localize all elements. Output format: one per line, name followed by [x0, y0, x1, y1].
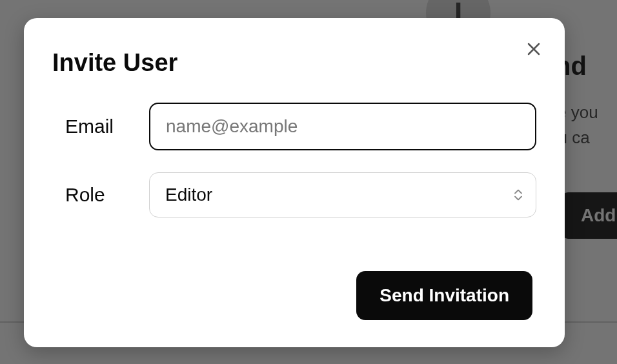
modal-title: Invite User [52, 49, 536, 77]
role-label: Role [52, 184, 149, 206]
close-button[interactable] [523, 39, 544, 59]
invite-user-modal: Invite User Email Role Editor Send Invit… [24, 18, 565, 347]
role-row: Role Editor [52, 172, 536, 217]
role-select[interactable]: Editor [149, 172, 536, 217]
send-invitation-button[interactable]: Send Invitation [356, 271, 532, 320]
email-field[interactable] [149, 103, 536, 150]
email-label: Email [52, 116, 149, 137]
close-icon [527, 42, 541, 56]
email-row: Email [52, 103, 536, 150]
